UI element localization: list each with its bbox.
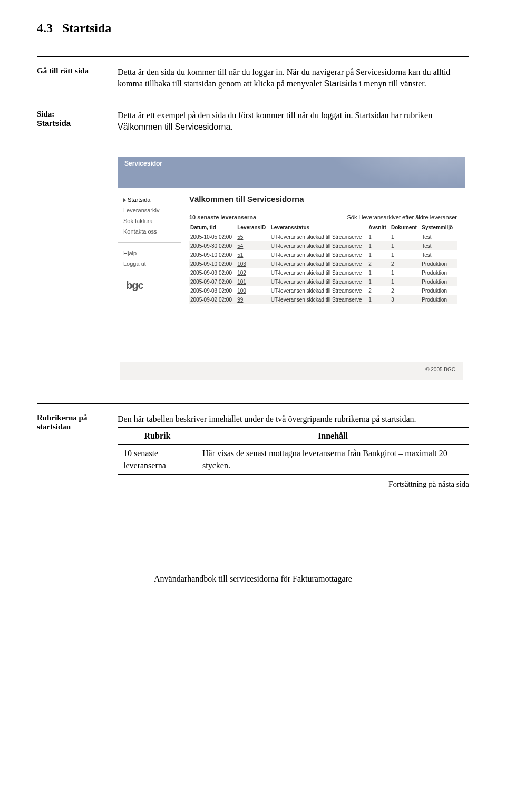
bgc-logo: bgc — [118, 269, 181, 302]
cell-leveransid-link[interactable]: 99 — [236, 295, 270, 304]
sidebar-item-logga-ut[interactable]: Logga ut — [118, 258, 181, 269]
cell-miljo: Produktion — [421, 259, 457, 268]
cell-avsnitt: 1 — [367, 295, 390, 304]
sidebar-item-startsida[interactable]: Startsida — [118, 195, 181, 205]
sidebar-item-leveransarkiv[interactable]: Leveransarkiv — [118, 205, 181, 216]
cell-status: UT-leveransen skickad till Streamserve — [270, 286, 368, 295]
cell-avsnitt: 1 — [367, 233, 390, 241]
cell-rubrik: 10 senaste leveranserna — [118, 445, 197, 475]
cell-leveransid-link[interactable]: 101 — [236, 277, 270, 286]
cell-leveransid-link[interactable]: 103 — [236, 259, 270, 268]
cell-status: UT-leveransen skickad till Streamserve — [270, 233, 368, 241]
search-archive-link[interactable]: Sök i leveransarkivet efter äldre levera… — [347, 214, 457, 220]
deliveries-table: Datum, tid LeveransID Leveransstatus Avs… — [189, 223, 457, 304]
divider — [37, 403, 469, 404]
label-line: Startsida — [37, 119, 71, 128]
table-row: 10 senaste leveranserna Här visas de sen… — [118, 445, 469, 475]
block-content: Detta är den sida du kommer till när du … — [118, 66, 469, 90]
header-rubrik: Rubrik — [118, 427, 197, 444]
term: Startsida — [324, 79, 357, 88]
cell-miljo: Produktion — [421, 277, 457, 286]
col-dokument: Dokument — [390, 223, 421, 233]
cell-leveransid-link[interactable]: 54 — [236, 241, 270, 250]
cell-innehall: Här visas de senast mottagna leveransern… — [197, 445, 469, 475]
table-row: 2005-09-03 02:00100UT-leveransen skickad… — [189, 286, 457, 295]
cell-miljo: Test — [421, 241, 457, 250]
cell-avsnitt: 2 — [367, 259, 390, 268]
cell-leveransid-link[interactable]: 102 — [236, 268, 270, 277]
block-label: Rubrikerna på startsidan — [37, 413, 108, 490]
page-footer: Användarhandbok till servicesidorna för … — [37, 574, 469, 584]
cell-dokument: 3 — [390, 295, 421, 304]
cell-avsnitt: 1 — [367, 250, 390, 259]
cell-leveransid-link[interactable]: 100 — [236, 286, 270, 295]
cell-status: UT-leveransen skickad till Streamserve — [270, 250, 368, 259]
table-row: 2005-10-05 02:0055UT-leveransen skickad … — [189, 233, 457, 241]
col-systemmiljo: Systemmiljö — [421, 223, 457, 233]
cell-miljo: Test — [421, 250, 457, 259]
paragraph-text: Den här tabellen beskriver innehållet un… — [118, 413, 469, 425]
label-line: startsidan — [37, 422, 71, 431]
cell-datum: 2005-09-03 02:00 — [189, 286, 236, 295]
table-row: 2005-09-10 02:00103UT-leveransen skickad… — [189, 259, 457, 268]
cell-dokument: 1 — [390, 241, 421, 250]
table-row: 2005-09-07 02:00101UT-leveransen skickad… — [189, 277, 457, 286]
sidebar-item-sok-faktura[interactable]: Sök faktura — [118, 216, 181, 226]
cell-status: UT-leveransen skickad till Streamserve — [270, 259, 368, 268]
paragraph-text: Detta är ett exempel på den sida du förs… — [118, 111, 432, 120]
term: Välkommen till Servicesidorna — [118, 122, 230, 131]
sidebar-divider — [118, 242, 181, 243]
table-row: 2005-09-10 02:0051UT-leveransen skickad … — [189, 250, 457, 259]
cell-status: UT-leveransen skickad till Streamserve — [270, 268, 368, 277]
label-line: Rubrikerna på — [37, 413, 87, 422]
paragraph-text-after: . — [230, 122, 232, 131]
cell-dokument: 1 — [390, 250, 421, 259]
sidebar: Startsida Leveransarkiv Sök faktura Kont… — [118, 188, 181, 362]
cell-datum: 2005-09-10 02:00 — [189, 250, 236, 259]
sidebar-item-label: Startsida — [128, 197, 150, 203]
cell-status: UT-leveransen skickad till Streamserve — [270, 295, 368, 304]
cell-dokument: 2 — [390, 286, 421, 295]
cell-status: UT-leveransen skickad till Streamserve — [270, 277, 368, 286]
section-heading: 4.3 Startsida — [37, 21, 469, 35]
cell-datum: 2005-10-05 02:00 — [189, 233, 236, 241]
top-bar — [118, 143, 465, 157]
sidebar-item-kontakta[interactable]: Kontakta oss — [118, 226, 181, 237]
banner-title: Servicesidor — [124, 160, 162, 167]
cell-line: 10 senaste — [123, 449, 158, 458]
cell-miljo: Produktion — [421, 286, 457, 295]
block-content: Den här tabellen beskriver innehållet un… — [118, 413, 469, 490]
cell-status: UT-leveransen skickad till Streamserve — [270, 241, 368, 250]
cell-datum: 2005-09-07 02:00 — [189, 277, 236, 286]
embedded-screenshot: Servicesidor Startsida Leveransarkiv Sök… — [118, 143, 465, 382]
section-number: 4.3 — [37, 21, 53, 35]
cell-datum: 2005-09-02 02:00 — [189, 295, 236, 304]
table-row: 2005-09-30 02:0054UT-leveransen skickad … — [189, 241, 457, 250]
table-row: 2005-09-02 02:0099UT-leveransen skickad … — [189, 295, 457, 304]
cell-avsnitt: 1 — [367, 277, 390, 286]
block-content: Detta är ett exempel på den sida du förs… — [118, 110, 469, 133]
cell-line: leveranserna — [123, 461, 166, 470]
cell-dokument: 1 — [390, 268, 421, 277]
cell-miljo: Produktion — [421, 268, 457, 277]
cell-avsnitt: 2 — [367, 286, 390, 295]
copyright: © 2005 BGC — [120, 362, 463, 380]
table-header-row: Datum, tid LeveransID Leveransstatus Avs… — [189, 223, 457, 233]
cell-datum: 2005-09-10 02:00 — [189, 259, 236, 268]
table-header-row: Rubrik Innehåll — [118, 427, 469, 444]
cell-leveransid-link[interactable]: 55 — [236, 233, 270, 241]
continuation-note: Fortsättning på nästa sida — [118, 479, 469, 490]
col-avsnitt: Avsnitt — [367, 223, 390, 233]
divider — [37, 56, 469, 57]
table-row: 2005-09-09 02:00102UT-leveransen skickad… — [189, 268, 457, 277]
cell-avsnitt: 1 — [367, 268, 390, 277]
paragraph-text-after: i menyn till vänster. — [357, 79, 426, 88]
main-heading: Välkommen till Servicesidorna — [189, 195, 457, 204]
cell-miljo: Produktion — [421, 295, 457, 304]
sidebar-item-hjalp[interactable]: Hjälp — [118, 248, 181, 258]
caret-icon — [123, 198, 126, 202]
cell-datum: 2005-09-30 02:00 — [189, 241, 236, 250]
banner-decoration — [317, 157, 465, 188]
cell-leveransid-link[interactable]: 51 — [236, 250, 270, 259]
col-datum: Datum, tid — [189, 223, 236, 233]
